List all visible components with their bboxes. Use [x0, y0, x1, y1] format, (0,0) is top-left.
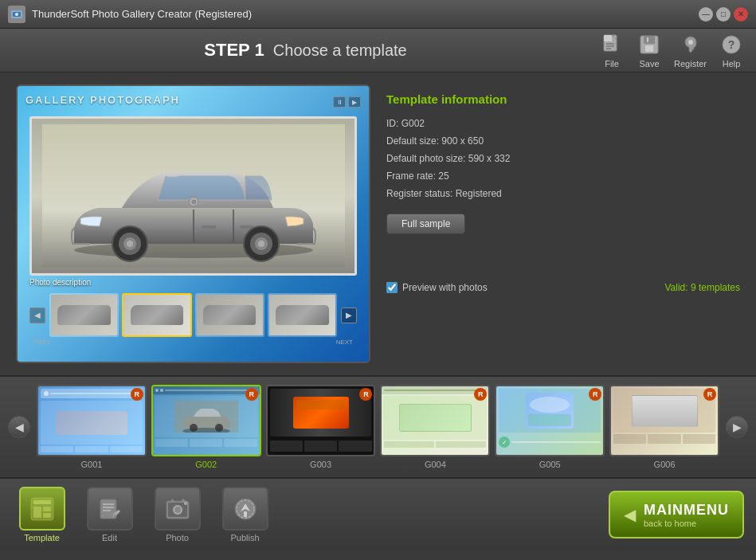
photo-description: Photo description — [25, 276, 361, 289]
nav-tab-template[interactable]: Template — [12, 487, 72, 542]
template-item-g001[interactable]: R G001 — [37, 385, 147, 469]
svg-text:⊛: ⊛ — [190, 198, 196, 206]
template-id: ID: G002 — [386, 118, 740, 129]
svg-rect-40 — [100, 499, 116, 519]
publish-tab-icon-wrap — [222, 487, 268, 531]
svg-rect-39 — [43, 513, 51, 518]
svg-rect-10 — [645, 45, 653, 52]
save-label: Save — [639, 59, 659, 69]
template-label-g002: G002 — [195, 460, 217, 469]
toolbar-buttons: File Save Register — [599, 32, 744, 69]
file-tool[interactable]: File — [599, 32, 625, 69]
template-item-g002[interactable]: R G002 — [151, 385, 261, 469]
template-thumb-g001[interactable]: R — [37, 385, 147, 456]
main-photo-frame: ⊛ — [29, 116, 357, 276]
car-image: ⊛ — [32, 119, 354, 273]
template-item-g005[interactable]: ✓ R G005 — [495, 385, 605, 469]
publish-icon — [232, 495, 259, 523]
maximize-button[interactable]: □ — [716, 7, 731, 22]
strip-next-arrow[interactable]: ▶ — [726, 416, 748, 438]
gallery-preview: GALLERY PHOTOGRAPH ⏸ ▶ — [18, 86, 369, 362]
template-label-g004: G004 — [425, 460, 446, 469]
svg-point-49 — [184, 502, 187, 505]
svg-text:?: ? — [728, 38, 735, 51]
g002-reg-badge: R — [245, 388, 258, 401]
preview-label-text: Preview with photos — [402, 282, 488, 293]
photo-tab-icon-wrap — [155, 487, 201, 531]
template-thumb-g005[interactable]: ✓ R — [495, 385, 605, 456]
svg-point-12 — [688, 40, 693, 45]
help-icon: ? — [719, 32, 744, 57]
svg-rect-19 — [202, 225, 216, 229]
close-button[interactable]: ✕ — [734, 7, 748, 22]
titlebar: ThunderSoft Photo Gallery Creator (Regis… — [0, 0, 756, 29]
nav-tab-photo[interactable]: Photo — [147, 487, 207, 542]
file-icon — [599, 32, 625, 57]
nav-tab-edit[interactable]: Edit — [80, 487, 139, 542]
step-description: Choose a template — [273, 41, 407, 59]
svg-point-48 — [174, 507, 181, 513]
main-content: GALLERY PHOTOGRAPH ⏸ ▶ — [0, 72, 756, 375]
save-tool[interactable]: Save — [637, 32, 662, 69]
template-label-g001: G001 — [80, 460, 102, 469]
toolbar: STEP 1 Choose a template File — [0, 29, 756, 72]
template-thumb-g006[interactable]: R — [609, 385, 719, 456]
pause-button[interactable]: ⏸ — [333, 96, 346, 108]
svg-point-24 — [127, 241, 133, 247]
edit-tab-icon-wrap — [87, 487, 133, 531]
info-panel: Template information ID: G002 Default si… — [386, 84, 740, 363]
thumb-1[interactable] — [49, 293, 119, 337]
template-tab-icon-wrap — [19, 487, 65, 531]
full-sample-button[interactable]: Full sample — [386, 213, 465, 234]
g001-reg-badge: R — [131, 388, 143, 401]
prev-label: PREV — [33, 339, 51, 346]
thumbnail-nav: ◀ — [25, 293, 361, 337]
prev-arrow[interactable]: ◀ — [29, 307, 45, 323]
template-label-g006: G006 — [654, 460, 676, 469]
main-menu-button[interactable]: ◀ MAINMENU back to home — [609, 491, 744, 538]
gallery-controls: ⏸ ▶ — [333, 96, 361, 108]
play-button[interactable]: ▶ — [348, 96, 361, 108]
step-number: STEP 1 — [204, 40, 264, 60]
edit-tab-label: Edit — [102, 533, 117, 542]
template-info-title: Template information — [386, 92, 740, 106]
frame-rate: Frame rate: 25 — [386, 170, 740, 182]
preview-options: Preview with photos Valid: 9 templates — [386, 282, 740, 293]
template-item-g003[interactable]: R G003 — [266, 385, 376, 469]
thumb-2[interactable] — [122, 293, 191, 337]
strip-prev-arrow[interactable]: ◀ — [8, 416, 30, 438]
window-controls: — □ ✕ — [699, 7, 748, 22]
svg-rect-38 — [43, 507, 51, 511]
save-icon — [637, 32, 662, 57]
svg-point-28 — [258, 241, 264, 247]
nav-tab-publish[interactable]: Publish — [215, 487, 275, 542]
template-thumb-g002[interactable]: R — [151, 385, 261, 456]
gallery-header: GALLERY PHOTOGRAPH — [25, 94, 180, 106]
minimize-button[interactable]: — — [699, 7, 713, 22]
photo-size: Default photo size: 590 x 332 — [386, 153, 740, 164]
preview-with-photos-label[interactable]: Preview with photos — [386, 282, 488, 293]
template-item-g004[interactable]: R G004 — [380, 385, 490, 469]
svg-rect-51 — [244, 511, 247, 517]
thumb-4[interactable] — [268, 293, 337, 337]
template-items: R G001 — [37, 385, 719, 469]
template-thumb-g003[interactable]: R — [266, 385, 376, 456]
preview-with-photos-checkbox[interactable] — [386, 282, 398, 293]
thumbnail-container — [49, 293, 337, 337]
svg-rect-36 — [33, 500, 51, 504]
valid-templates-count: Valid: 9 templates — [665, 282, 741, 293]
svg-point-34 — [215, 424, 223, 432]
register-label: Register — [674, 59, 707, 69]
template-item-g006[interactable]: R G006 — [609, 385, 719, 469]
default-size: Default size: 900 x 650 — [386, 135, 740, 147]
gallery-preview-area: GALLERY PHOTOGRAPH ⏸ ▶ — [16, 84, 370, 363]
next-arrow[interactable]: ▶ — [341, 307, 357, 323]
file-label: File — [605, 59, 619, 69]
thumb-3[interactable] — [195, 293, 264, 337]
template-thumb-g004[interactable]: R — [380, 385, 490, 456]
help-tool[interactable]: ? Help — [719, 32, 744, 69]
template-label-g003: G003 — [310, 460, 331, 469]
g006-reg-badge: R — [703, 388, 716, 401]
register-tool[interactable]: Register — [674, 32, 707, 69]
bottom-nav: Template Edit — [0, 479, 756, 550]
